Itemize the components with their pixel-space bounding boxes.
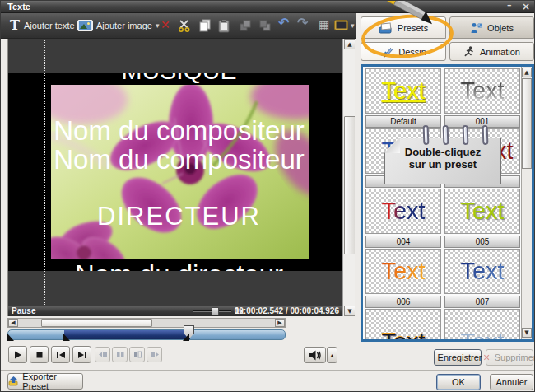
send-backward-button[interactable] xyxy=(259,20,272,32)
dessin-button[interactable]: Dessin xyxy=(361,42,446,61)
next-frame-button[interactable] xyxy=(72,346,91,363)
bring-forward-button[interactable] xyxy=(240,20,252,32)
scroll-right-button[interactable]: ▶ xyxy=(275,319,285,327)
tab-presets-label: Presets xyxy=(398,23,428,33)
add-text-label: Ajouter texte xyxy=(24,21,75,30)
vscroll-thumb[interactable] xyxy=(344,116,355,254)
presets-scroll-down-button[interactable]: ▼ xyxy=(522,328,532,338)
preset-sample-text: Text xyxy=(460,199,504,223)
letterbox-band-bottom xyxy=(8,271,342,306)
ok-button[interactable]: OK xyxy=(436,374,481,390)
animation-button[interactable]: Animation xyxy=(449,42,534,61)
monitor-button[interactable] xyxy=(334,20,349,31)
timeline-progress-segment[interactable] xyxy=(64,330,190,339)
preset-card-008[interactable]: Text xyxy=(365,309,441,342)
preset-sample-text: Text xyxy=(381,259,425,283)
title-bar[interactable]: Texte – × xyxy=(1,1,535,13)
export-preset-button[interactable]: Exporter Preset xyxy=(7,373,83,390)
tab-presets[interactable]: Presets xyxy=(361,16,446,39)
preset-card-001[interactable]: Text 001 xyxy=(444,68,520,128)
hscroll-thumb[interactable] xyxy=(41,319,152,327)
presets-vscrollbar[interactable]: ▲ ▼ xyxy=(521,67,532,339)
save-preset-button[interactable]: Enregistrer xyxy=(434,349,482,366)
presets-panel: Text Default Text 001 Text Text Text 004… xyxy=(361,64,534,342)
preset-label: 004 xyxy=(365,236,441,248)
export-preset-label: Exporter Preset xyxy=(22,371,82,391)
overlay-text-directeur[interactable]: DIRECTEUR xyxy=(44,202,314,231)
prev-frame-button[interactable] xyxy=(51,346,70,363)
preset-label: 007 xyxy=(444,296,520,308)
nav-extra-button-3[interactable] xyxy=(129,347,145,362)
cut-button[interactable] xyxy=(179,20,191,32)
volume-more-button[interactable]: ▲ xyxy=(327,347,337,363)
prev-frame-icon xyxy=(56,351,66,359)
nav-extra-button-4[interactable] xyxy=(147,347,162,362)
preset-card-default[interactable]: Text Default xyxy=(365,68,441,128)
preset-card-007[interactable]: Text 007 xyxy=(444,249,520,308)
animation-label: Animation xyxy=(480,47,520,57)
play-icon xyxy=(13,351,23,359)
preview-hscrollbar[interactable]: ◀ ▶ xyxy=(7,318,286,328)
redo-button[interactable]: ↷ xyxy=(297,15,308,30)
preset-card-006[interactable]: Text 006 xyxy=(365,249,441,308)
stop-button[interactable] xyxy=(30,346,49,363)
nav-extra-button-2[interactable] xyxy=(112,347,128,362)
speaker-icon xyxy=(309,350,322,361)
presets-scroll-up-button[interactable]: ▲ xyxy=(522,68,532,77)
preset-card-005[interactable]: Text 005 xyxy=(444,189,520,248)
tooltip-ring-2 xyxy=(443,125,449,145)
tab-objets[interactable]: Objets xyxy=(449,16,534,39)
add-text-button[interactable]: T Ajouter texte xyxy=(10,16,75,35)
nav-extra-icon-1 xyxy=(98,350,108,359)
playback-status: Pause xyxy=(12,306,35,315)
preset-thumbnail: Text xyxy=(365,309,441,342)
preset-label: Default xyxy=(365,115,441,128)
tooltip-line-2: sur un preset xyxy=(385,158,500,170)
delete-preset-label: Supprimer xyxy=(495,352,535,362)
tooltip-line-1: Double-cliquez xyxy=(385,146,500,158)
add-image-dropdown-icon[interactable]: ▾ xyxy=(156,21,160,30)
cancel-button[interactable]: Annuler xyxy=(490,374,533,390)
close-button[interactable]: × xyxy=(522,1,530,12)
scroll-left-button[interactable]: ◀ xyxy=(8,319,18,327)
presets-icon xyxy=(379,22,393,34)
delete-object-button[interactable]: ✕ xyxy=(160,18,170,31)
presets-vscroll-thumb[interactable] xyxy=(522,78,532,169)
tooltip-ring-3 xyxy=(463,125,469,145)
preset-card-004[interactable]: Text 004 xyxy=(365,189,441,248)
preset-thumbnail: Text xyxy=(365,249,441,294)
nav-extra-icon-4 xyxy=(150,350,160,359)
selection-line-right[interactable] xyxy=(314,40,314,306)
preset-thumbnail: Text xyxy=(444,68,520,114)
preset-card-009[interactable]: Text xyxy=(444,309,520,342)
add-image-button[interactable]: Ajouter image ▾ xyxy=(77,16,159,35)
paste-button[interactable] xyxy=(218,19,230,33)
preset-sample-text: Text xyxy=(381,330,425,342)
preset-thumbnail: Text xyxy=(365,189,441,234)
selection-line-left[interactable] xyxy=(44,40,45,306)
monitor-dropdown-icon[interactable]: ▾ xyxy=(351,21,355,30)
grid-button[interactable]: ▦ xyxy=(319,18,329,31)
preset-thumbnail: Text xyxy=(365,68,441,114)
preset-thumbnail: Text xyxy=(444,249,520,294)
preview-vscrollbar[interactable]: ▲ ▼ xyxy=(342,39,355,316)
undo-button[interactable]: ↶ xyxy=(278,15,289,30)
speed-slider-thumb[interactable] xyxy=(212,307,219,315)
letterbox-band-top xyxy=(8,39,342,73)
save-preset-label: Enregistrer xyxy=(438,352,482,362)
copy-button[interactable] xyxy=(198,19,212,33)
overlay-text-compositeur-2[interactable]: Nom du compositeur xyxy=(44,144,314,175)
delete-preset-button[interactable]: ✕ Supprimer xyxy=(486,349,533,366)
preset-thumbnail: Text xyxy=(444,189,520,234)
scroll-up-button[interactable]: ▲ xyxy=(344,39,355,49)
overlay-text-compositeur-1[interactable]: Nom du compositeur xyxy=(44,115,314,147)
volume-button[interactable] xyxy=(304,347,326,363)
scroll-down-button[interactable]: ▼ xyxy=(344,306,355,316)
tooltip-ring-4 xyxy=(482,125,489,145)
play-button[interactable] xyxy=(8,346,27,363)
stop-icon xyxy=(35,351,44,359)
minimize-button[interactable]: – xyxy=(507,0,512,11)
timeline-track[interactable] xyxy=(7,329,286,340)
objects-icon xyxy=(470,22,482,34)
nav-extra-button-1[interactable] xyxy=(95,347,110,362)
